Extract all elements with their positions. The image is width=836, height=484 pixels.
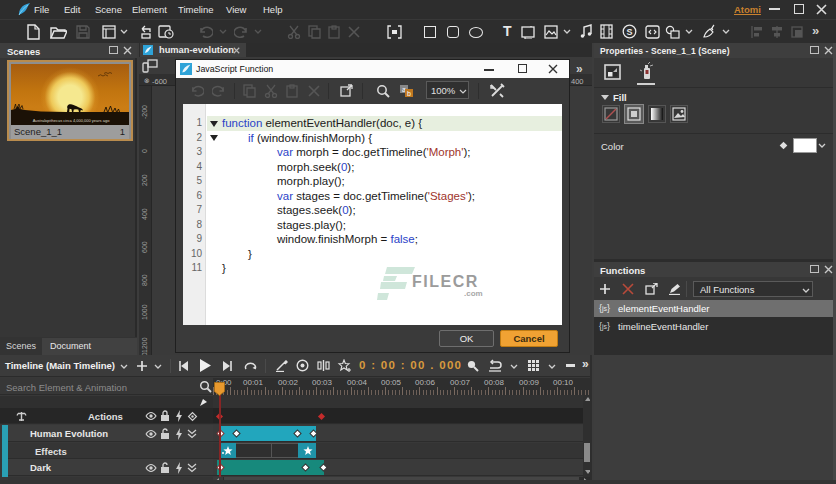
svg-text:S: S xyxy=(626,27,632,37)
svg-text:b: b xyxy=(407,90,411,97)
